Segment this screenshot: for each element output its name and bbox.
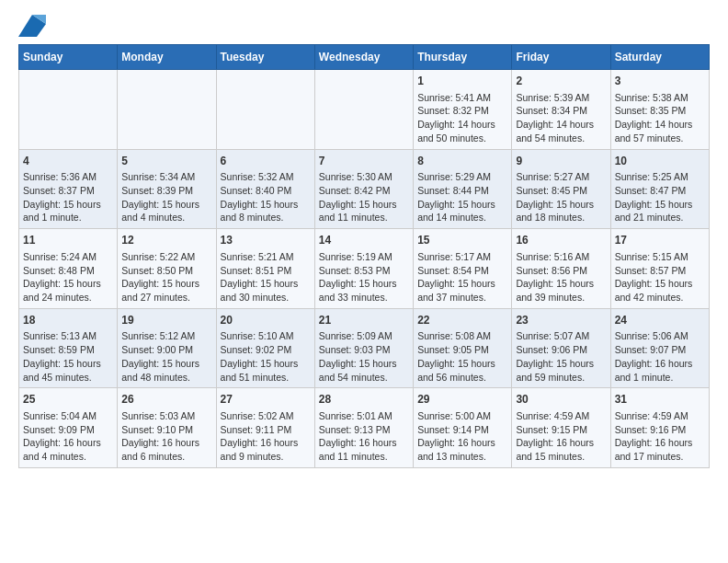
calendar-cell: 21Sunrise: 5:09 AM Sunset: 9:03 PM Dayli… xyxy=(314,308,413,388)
day-number: 27 xyxy=(221,392,311,408)
page-header xyxy=(18,15,710,37)
header-day-monday: Monday xyxy=(118,45,216,70)
day-content: Sunrise: 5:00 AM Sunset: 9:14 PM Dayligh… xyxy=(417,409,507,464)
calendar-cell: 17Sunrise: 5:15 AM Sunset: 8:57 PM Dayli… xyxy=(610,229,709,309)
calendar-cell: 6Sunrise: 5:32 AM Sunset: 8:40 PM Daylig… xyxy=(216,149,314,229)
day-number: 1 xyxy=(417,74,507,89)
day-content: Sunrise: 4:59 AM Sunset: 9:16 PM Dayligh… xyxy=(615,409,705,464)
day-number: 5 xyxy=(121,154,211,169)
logo-icon xyxy=(18,15,46,37)
header-day-wednesday: Wednesday xyxy=(314,45,413,70)
day-content: Sunrise: 5:30 AM Sunset: 8:42 PM Dayligh… xyxy=(319,170,409,224)
calendar-cell: 13Sunrise: 5:21 AM Sunset: 8:51 PM Dayli… xyxy=(216,229,314,309)
header-row: SundayMondayTuesdayWednesdayThursdayFrid… xyxy=(19,45,710,70)
calendar-cell: 31Sunrise: 4:59 AM Sunset: 9:16 PM Dayli… xyxy=(610,388,709,468)
day-content: Sunrise: 5:10 AM Sunset: 9:02 PM Dayligh… xyxy=(221,329,311,384)
calendar-cell: 11Sunrise: 5:24 AM Sunset: 8:48 PM Dayli… xyxy=(19,229,118,309)
day-number: 20 xyxy=(221,313,311,328)
calendar-table: SundayMondayTuesdayWednesdayThursdayFrid… xyxy=(18,44,710,468)
day-number: 7 xyxy=(319,154,409,169)
day-number: 24 xyxy=(615,313,705,328)
calendar-cell: 10Sunrise: 5:25 AM Sunset: 8:47 PM Dayli… xyxy=(610,149,709,229)
day-content: Sunrise: 5:08 AM Sunset: 9:05 PM Dayligh… xyxy=(417,329,507,384)
calendar-cell xyxy=(19,70,118,150)
day-content: Sunrise: 5:39 AM Sunset: 8:34 PM Dayligh… xyxy=(516,91,606,145)
header-day-friday: Friday xyxy=(512,45,610,70)
day-content: Sunrise: 5:38 AM Sunset: 8:35 PM Dayligh… xyxy=(615,91,705,145)
calendar-cell xyxy=(118,70,216,150)
day-number: 10 xyxy=(615,154,705,169)
day-content: Sunrise: 5:22 AM Sunset: 8:50 PM Dayligh… xyxy=(121,250,211,304)
day-number: 14 xyxy=(319,233,409,248)
day-number: 13 xyxy=(221,233,311,248)
week-row-1: 1Sunrise: 5:41 AM Sunset: 8:32 PM Daylig… xyxy=(19,70,710,150)
day-content: Sunrise: 5:27 AM Sunset: 8:45 PM Dayligh… xyxy=(516,170,606,224)
day-number: 29 xyxy=(417,392,507,408)
calendar-cell xyxy=(216,70,314,150)
day-content: Sunrise: 5:17 AM Sunset: 8:54 PM Dayligh… xyxy=(417,250,507,304)
day-content: Sunrise: 5:02 AM Sunset: 9:11 PM Dayligh… xyxy=(221,409,311,464)
calendar-cell: 9Sunrise: 5:27 AM Sunset: 8:45 PM Daylig… xyxy=(512,149,610,229)
day-number: 4 xyxy=(23,154,113,169)
day-content: Sunrise: 5:16 AM Sunset: 8:56 PM Dayligh… xyxy=(516,250,606,304)
day-number: 12 xyxy=(121,233,211,248)
day-content: Sunrise: 5:29 AM Sunset: 8:44 PM Dayligh… xyxy=(417,170,507,224)
day-content: Sunrise: 5:34 AM Sunset: 8:39 PM Dayligh… xyxy=(121,170,211,224)
day-content: Sunrise: 5:12 AM Sunset: 9:00 PM Dayligh… xyxy=(121,329,211,384)
calendar-cell: 3Sunrise: 5:38 AM Sunset: 8:35 PM Daylig… xyxy=(610,70,709,150)
header-day-saturday: Saturday xyxy=(610,45,709,70)
day-content: Sunrise: 5:01 AM Sunset: 9:13 PM Dayligh… xyxy=(319,409,409,464)
day-content: Sunrise: 4:59 AM Sunset: 9:15 PM Dayligh… xyxy=(516,409,606,464)
day-content: Sunrise: 5:24 AM Sunset: 8:48 PM Dayligh… xyxy=(23,250,113,304)
header-day-sunday: Sunday xyxy=(19,45,118,70)
day-content: Sunrise: 5:09 AM Sunset: 9:03 PM Dayligh… xyxy=(319,329,409,384)
week-row-2: 4Sunrise: 5:36 AM Sunset: 8:37 PM Daylig… xyxy=(19,149,710,229)
calendar-cell: 26Sunrise: 5:03 AM Sunset: 9:10 PM Dayli… xyxy=(118,388,216,468)
day-content: Sunrise: 5:03 AM Sunset: 9:10 PM Dayligh… xyxy=(121,409,211,464)
day-number: 15 xyxy=(417,233,507,248)
day-number: 28 xyxy=(319,392,409,408)
day-content: Sunrise: 5:04 AM Sunset: 9:09 PM Dayligh… xyxy=(23,409,113,464)
day-number: 18 xyxy=(23,313,113,328)
calendar-cell: 16Sunrise: 5:16 AM Sunset: 8:56 PM Dayli… xyxy=(512,229,610,309)
day-number: 8 xyxy=(417,154,507,169)
calendar-cell: 2Sunrise: 5:39 AM Sunset: 8:34 PM Daylig… xyxy=(512,70,610,150)
calendar-cell: 19Sunrise: 5:12 AM Sunset: 9:00 PM Dayli… xyxy=(118,308,216,388)
calendar-cell: 28Sunrise: 5:01 AM Sunset: 9:13 PM Dayli… xyxy=(314,388,413,468)
calendar-cell: 25Sunrise: 5:04 AM Sunset: 9:09 PM Dayli… xyxy=(19,388,118,468)
day-content: Sunrise: 5:19 AM Sunset: 8:53 PM Dayligh… xyxy=(319,250,409,304)
calendar-cell: 18Sunrise: 5:13 AM Sunset: 8:59 PM Dayli… xyxy=(19,308,118,388)
day-number: 25 xyxy=(23,392,113,408)
calendar-cell: 8Sunrise: 5:29 AM Sunset: 8:44 PM Daylig… xyxy=(414,149,512,229)
calendar-cell: 14Sunrise: 5:19 AM Sunset: 8:53 PM Dayli… xyxy=(314,229,413,309)
day-content: Sunrise: 5:25 AM Sunset: 8:47 PM Dayligh… xyxy=(615,170,705,224)
header-day-tuesday: Tuesday xyxy=(216,45,314,70)
calendar-cell: 30Sunrise: 4:59 AM Sunset: 9:15 PM Dayli… xyxy=(512,388,610,468)
day-number: 19 xyxy=(121,313,211,328)
calendar-cell: 4Sunrise: 5:36 AM Sunset: 8:37 PM Daylig… xyxy=(19,149,118,229)
calendar-cell xyxy=(314,70,413,150)
calendar-cell: 1Sunrise: 5:41 AM Sunset: 8:32 PM Daylig… xyxy=(414,70,512,150)
day-content: Sunrise: 5:21 AM Sunset: 8:51 PM Dayligh… xyxy=(221,250,311,304)
calendar-cell: 7Sunrise: 5:30 AM Sunset: 8:42 PM Daylig… xyxy=(314,149,413,229)
calendar-cell: 5Sunrise: 5:34 AM Sunset: 8:39 PM Daylig… xyxy=(118,149,216,229)
day-content: Sunrise: 5:13 AM Sunset: 8:59 PM Dayligh… xyxy=(23,329,113,384)
day-number: 26 xyxy=(121,392,211,408)
day-number: 9 xyxy=(516,154,606,169)
calendar-cell: 29Sunrise: 5:00 AM Sunset: 9:14 PM Dayli… xyxy=(414,388,512,468)
day-number: 2 xyxy=(516,74,606,89)
day-content: Sunrise: 5:06 AM Sunset: 9:07 PM Dayligh… xyxy=(615,329,705,384)
calendar-cell: 15Sunrise: 5:17 AM Sunset: 8:54 PM Dayli… xyxy=(414,229,512,309)
calendar-cell: 22Sunrise: 5:08 AM Sunset: 9:05 PM Dayli… xyxy=(414,308,512,388)
day-content: Sunrise: 5:15 AM Sunset: 8:57 PM Dayligh… xyxy=(615,250,705,304)
header-day-thursday: Thursday xyxy=(414,45,512,70)
calendar-cell: 12Sunrise: 5:22 AM Sunset: 8:50 PM Dayli… xyxy=(118,229,216,309)
day-number: 17 xyxy=(615,233,705,248)
day-number: 23 xyxy=(516,313,606,328)
calendar-cell: 27Sunrise: 5:02 AM Sunset: 9:11 PM Dayli… xyxy=(216,388,314,468)
day-number: 21 xyxy=(319,313,409,328)
day-number: 3 xyxy=(615,74,705,89)
day-number: 31 xyxy=(615,392,705,408)
day-content: Sunrise: 5:07 AM Sunset: 9:06 PM Dayligh… xyxy=(516,329,606,384)
week-row-4: 18Sunrise: 5:13 AM Sunset: 8:59 PM Dayli… xyxy=(19,308,710,388)
